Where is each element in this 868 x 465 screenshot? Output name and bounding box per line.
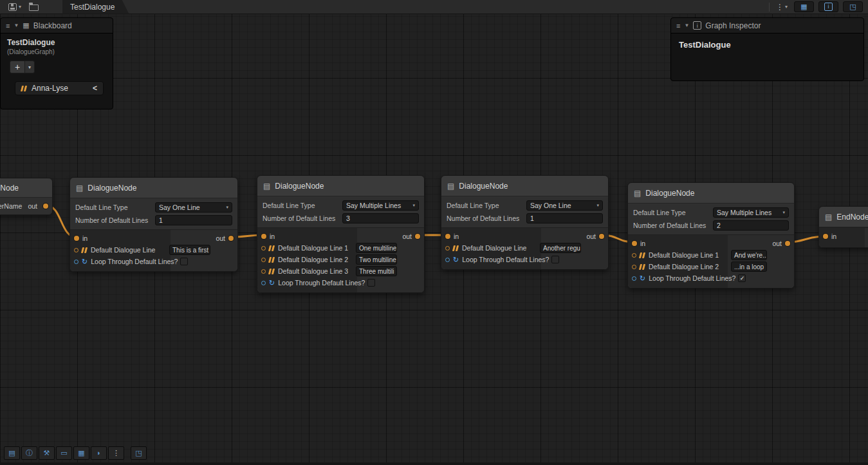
line-type-value: Say Multiple Lines [346, 202, 401, 209]
open-folder-button[interactable] [27, 1, 41, 12]
graph-inspector-panel[interactable]: ≡ ▼ i Graph Inspector TestDialogue [670, 17, 864, 81]
node-title-bar[interactable]: ▤ EndNode [819, 207, 868, 227]
save-dropdown-icon[interactable]: ▾ [19, 4, 21, 10]
inspector-button[interactable]: ⓘ [21, 446, 37, 460]
dialogue-node-3[interactable]: ▤ DialogueNode Default Line Type Say One… [441, 175, 609, 270]
node-title-bar[interactable]: ▤ DialogueNode [441, 176, 608, 196]
line-port[interactable] [74, 248, 78, 252]
save-button[interactable]: ▾ [6, 2, 23, 12]
blackboard-toggle-button[interactable]: ▦ [794, 1, 814, 12]
line-type-dropdown[interactable]: Say One Line ▾ [526, 200, 603, 211]
line-port[interactable] [261, 269, 266, 274]
node-properties: Default Line Type Say One Line ▾ Number … [70, 198, 237, 229]
graph-tab[interactable]: TestDialogue [62, 0, 129, 14]
blackboard-button[interactable]: ▦ [73, 446, 89, 460]
in-port-label: in [454, 232, 459, 240]
dialogue-node-1[interactable]: ▤ DialogueNode Default Line Type Say One… [69, 177, 238, 272]
in-port[interactable] [74, 236, 79, 241]
out-port[interactable] [228, 236, 234, 241]
loop-checkbox[interactable] [180, 258, 188, 265]
num-lines-field[interactable]: 1 [526, 213, 603, 223]
exec-ports-row: in out [628, 238, 794, 249]
inspector-toggle-button[interactable]: i [818, 1, 838, 12]
in-port[interactable] [445, 234, 450, 239]
line-label: Default Dialogue Line 2 [649, 263, 719, 270]
line-text-field[interactable]: This is a first [169, 245, 210, 255]
loop-checkbox[interactable] [367, 279, 375, 287]
line-text-field[interactable]: Another regu [540, 243, 581, 253]
loop-port[interactable] [445, 258, 450, 262]
line-type-label: Default Line Type [447, 202, 526, 209]
line-port[interactable] [445, 246, 450, 251]
line-text-field[interactable]: Three multili [356, 266, 397, 276]
node-title-bar[interactable]: ▤ DialogueNode [257, 176, 424, 196]
loop-port[interactable] [632, 276, 636, 281]
end-node[interactable]: ▤ EndNode in [818, 206, 868, 248]
speech-icon: ◗ [97, 450, 101, 457]
line-text-field[interactable]: ...in a loop [731, 261, 767, 272]
loop-port[interactable] [74, 260, 78, 264]
collapse-arrow-icon[interactable]: ▼ [14, 23, 19, 28]
out-port[interactable] [415, 234, 420, 239]
line-type-dropdown[interactable]: Say Multiple Lines ▾ [342, 200, 419, 211]
loop-checkbox[interactable] [551, 256, 559, 263]
in-port[interactable] [823, 234, 828, 239]
graph-editor-window: ▾ TestDialogue ⋮ ▾ ▦ i ◳ [0, 0, 868, 465]
in-port[interactable] [632, 241, 637, 246]
console-button[interactable]: ▤ [4, 446, 20, 460]
out-port-label: out [772, 240, 782, 247]
loop-port[interactable] [261, 281, 266, 285]
in-port-label: in [640, 240, 645, 247]
graph-inspector-header[interactable]: ≡ ▼ i Graph Inspector [671, 18, 863, 33]
blackboard-header[interactable]: ≡ ▼ ▦ Blackboard [1, 18, 113, 33]
dialogue-button[interactable]: ◗ [91, 446, 107, 460]
collapse-arrow-icon[interactable]: ▼ [684, 23, 689, 28]
line-type-value: Say One Line [159, 204, 200, 211]
node-title-bar[interactable]: ▤ DialogueNode [628, 183, 794, 204]
line-text-field[interactable]: And we're... [731, 250, 767, 260]
dialogue-node-2[interactable]: ▤ DialogueNode Default Line Type Say Mul… [257, 175, 425, 293]
num-lines-field[interactable]: 2 [713, 220, 789, 231]
in-port-label: in [270, 232, 275, 240]
line-type-dropdown[interactable]: Say One Line ▾ [155, 202, 232, 213]
out-port[interactable] [43, 204, 48, 209]
add-property-button[interactable]: + [10, 61, 25, 73]
blackboard-panel[interactable]: ≡ ▼ ▦ Blackboard TestDialogue (DialogueG… [0, 17, 113, 109]
chevron-left-icon[interactable]: < [93, 84, 97, 93]
num-lines-field[interactable]: 1 [155, 215, 232, 225]
line-port[interactable] [261, 258, 266, 262]
line-port[interactable] [261, 246, 266, 251]
tools-button[interactable]: ⚒ [39, 446, 55, 460]
node-properties: Default Line Type Say Multiple Lines ▾ N… [628, 204, 794, 234]
dialogue-node-4[interactable]: ▤ DialogueNode Default Line Type Say Mul… [627, 182, 795, 289]
add-property-dropdown[interactable]: ▾ [25, 61, 35, 73]
open-external-button[interactable]: ◳ [131, 446, 147, 460]
line-port[interactable] [632, 265, 636, 269]
node-title-bar[interactable]: Node [0, 178, 52, 198]
line-type-row: Default Line Type Say Multiple Lines ▾ [633, 207, 789, 218]
line-text-field[interactable]: One multiline [356, 243, 397, 253]
window-button[interactable]: ▭ [56, 446, 72, 460]
dialogue-line-row: Default Dialogue Line 2 ...in a loop [628, 261, 794, 272]
node-title-bar[interactable]: ▤ DialogueNode [70, 178, 237, 198]
loop-checkbox-checked[interactable]: ✓ [738, 274, 746, 282]
loop-label: Loop Through Default Lines? [649, 274, 735, 282]
in-port[interactable] [261, 234, 266, 239]
overflow-menu-button[interactable]: ⋮ ▾ [774, 1, 790, 13]
num-lines-field[interactable]: 3 [342, 213, 419, 223]
blackboard-property-anna-lyse[interactable]: Anna-Lyse < [15, 81, 104, 95]
more-button[interactable]: ⋮ [108, 446, 124, 460]
node-title: DialogueNode [645, 189, 694, 198]
out-port[interactable] [599, 234, 604, 239]
drag-handle-icon[interactable]: ≡ [676, 22, 680, 30]
start-node[interactable]: Node kerName out [0, 178, 53, 215]
blackboard-graph-name: TestDialogue [7, 38, 106, 47]
line-text-field[interactable]: Two multiline [356, 254, 397, 265]
line-port[interactable] [632, 253, 636, 258]
bottom-toolbar: ▤ ⓘ ⚒ ▭ ▦ ◗ ⋮ ◳ [4, 446, 147, 460]
out-port[interactable] [785, 241, 790, 246]
frame-graph-button[interactable]: ◳ [843, 1, 863, 12]
out-port-label: out [216, 234, 225, 242]
drag-handle-icon[interactable]: ≡ [6, 22, 10, 30]
line-type-dropdown[interactable]: Say Multiple Lines ▾ [713, 207, 789, 218]
